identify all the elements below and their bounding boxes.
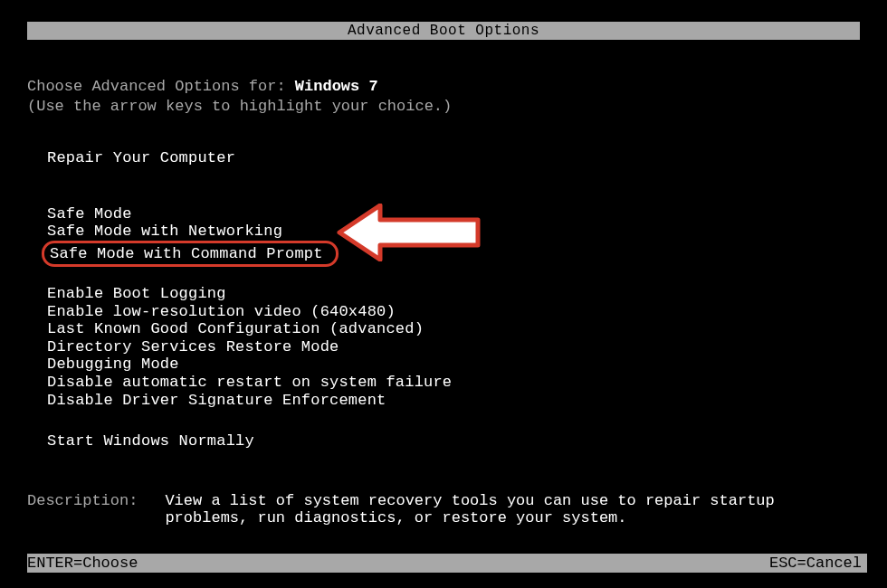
group-advanced: Enable Boot Logging Enable low-resolutio… — [47, 285, 860, 409]
option-last-known-good[interactable]: Last Known Good Configuration (advanced) — [47, 320, 860, 338]
footer-esc: ESC=Cancel — [769, 555, 862, 572]
group-repair: Repair Your Computer — [47, 149, 860, 167]
footer-bar: ENTER=Choose ESC=Cancel — [27, 554, 867, 573]
subtitle: Choose Advanced Options for: Windows 7 — [27, 78, 860, 96]
subtitle-prefix: Choose Advanced Options for: — [27, 78, 295, 95]
description-row: Description: View a list of system recov… — [27, 492, 860, 527]
option-debugging-mode[interactable]: Debugging Mode — [47, 356, 860, 374]
os-name: Windows 7 — [295, 78, 378, 95]
option-safe-mode-command-prompt[interactable]: Safe Mode with Command Prompt — [42, 241, 339, 268]
option-repair-computer[interactable]: Repair Your Computer — [47, 149, 860, 167]
instruction-text: (Use the arrow keys to highlight your ch… — [27, 98, 860, 116]
option-start-normally[interactable]: Start Windows Normally — [47, 432, 860, 450]
watermark-text: 2-remove-virus.com — [86, 0, 380, 2]
group-normal: Start Windows Normally — [47, 432, 860, 450]
pointer-arrow-icon — [335, 204, 484, 261]
footer-enter: ENTER=Choose — [27, 555, 138, 572]
main-content: Choose Advanced Options for: Windows 7 (… — [0, 40, 887, 527]
description-label: Description: — [27, 492, 138, 527]
description-text: View a list of system recovery tools you… — [165, 492, 860, 527]
option-directory-services-restore[interactable]: Directory Services Restore Mode — [47, 338, 860, 356]
option-disable-driver-sig[interactable]: Disable Driver Signature Enforcement — [47, 392, 860, 410]
option-low-res-video[interactable]: Enable low-resolution video (640x480) — [47, 303, 860, 321]
option-disable-auto-restart[interactable]: Disable automatic restart on system fail… — [47, 374, 860, 392]
option-enable-boot-logging[interactable]: Enable Boot Logging — [47, 285, 860, 303]
title-bar: Advanced Boot Options — [27, 22, 860, 40]
